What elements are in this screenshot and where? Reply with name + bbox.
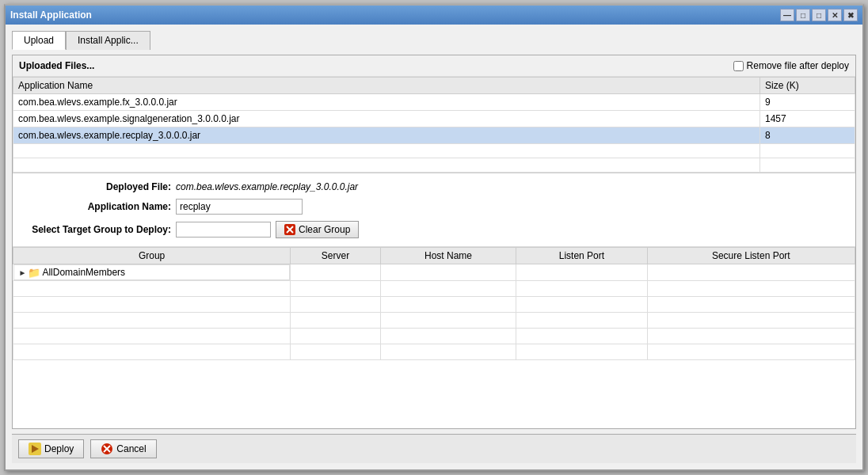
application-name-label: Application Name: xyxy=(29,201,171,212)
remove-file-text: Remove file after deploy xyxy=(747,60,849,71)
select-target-row: Select Target Group to Deploy: Clear Gro… xyxy=(29,221,839,238)
uploaded-title: Uploaded Files... xyxy=(19,60,94,71)
group-row-4 xyxy=(13,329,855,344)
deployed-file-label: Deployed File: xyxy=(29,181,171,192)
col-application-name: Application Name xyxy=(13,78,760,94)
group-host-0 xyxy=(380,264,516,281)
group-server-0 xyxy=(291,264,381,281)
tab-install-applic[interactable]: Install Applic... xyxy=(66,31,150,50)
file-name-2: com.bea.wlevs.example.recplay_3.0.0.0.ja… xyxy=(13,127,760,144)
tab-content: Uploaded Files... Remove file after depl… xyxy=(12,55,856,429)
tabs-bar: Upload Install Applic... xyxy=(12,31,856,50)
deployed-file-row: Deployed File: com.bea.wlevs.example.rec… xyxy=(29,181,839,192)
folder-icon: 📁 xyxy=(28,267,40,279)
restore-button[interactable]: □ xyxy=(796,9,810,21)
group-cell-3 xyxy=(13,313,291,329)
bottom-bar: Deploy Cancel xyxy=(12,434,856,463)
file-name-3 xyxy=(13,144,760,158)
group-cell-5 xyxy=(13,344,291,360)
col-secure-listen-port: Secure Listen Port xyxy=(647,248,855,264)
application-name-input[interactable] xyxy=(176,199,303,215)
group-table-container: Group Server Host Name Listen Port Secur… xyxy=(13,247,855,428)
main-content: Upload Install Applic... Uploaded Files.… xyxy=(6,25,862,469)
file-size-1: 1457 xyxy=(760,111,855,127)
file-row-2[interactable]: com.bea.wlevs.example.recplay_3.0.0.0.ja… xyxy=(13,127,855,144)
expand-icon[interactable]: ► xyxy=(19,268,27,277)
group-table: Group Server Host Name Listen Port Secur… xyxy=(13,247,855,360)
application-name-row: Application Name: xyxy=(29,199,839,215)
title-bar-controls: — □ □ ✕ ✖ xyxy=(780,9,858,21)
form-section: Deployed File: com.bea.wlevs.example.rec… xyxy=(13,173,855,247)
file-table: Application Name Size (K) com.bea.wlevs.… xyxy=(13,77,855,173)
close-x-button[interactable]: ✕ xyxy=(828,9,842,21)
group-row-3 xyxy=(13,313,855,329)
group-name-0: AllDomainMembers xyxy=(42,267,125,278)
file-name-1: com.bea.wlevs.example.signalgeneration_3… xyxy=(13,111,760,127)
title-bar: Install Application — □ □ ✕ ✖ xyxy=(6,6,862,25)
clear-group-label: Clear Group xyxy=(299,224,350,235)
deployed-file-value: com.bea.wlevs.example.recplay_3.0.0.0.ja… xyxy=(176,181,358,192)
group-listen-0 xyxy=(516,264,647,281)
group-row-2 xyxy=(13,297,855,313)
group-row-1 xyxy=(13,281,855,297)
col-size: Size (K) xyxy=(760,78,855,94)
file-row-1[interactable]: com.bea.wlevs.example.signalgeneration_3… xyxy=(13,111,855,127)
deploy-label: Deploy xyxy=(44,443,74,454)
cancel-label: Cancel xyxy=(116,443,146,454)
file-table-container: Application Name Size (K) com.bea.wlevs.… xyxy=(13,77,855,173)
col-server: Server xyxy=(291,248,381,264)
close-button[interactable]: ✖ xyxy=(843,9,858,21)
group-secure-0 xyxy=(647,264,855,281)
file-size-3 xyxy=(760,144,855,158)
cancel-button[interactable]: Cancel xyxy=(90,439,156,458)
file-row-0[interactable]: com.bea.wlevs.example.fx_3.0.0.0.jar 9 xyxy=(13,94,855,111)
file-size-0: 9 xyxy=(760,94,855,111)
group-cell-2 xyxy=(13,297,291,313)
group-cell-4 xyxy=(13,329,291,344)
tab-upload[interactable]: Upload xyxy=(12,31,66,50)
group-row-0[interactable]: ► 📁 AllDomainMembers xyxy=(13,264,855,281)
col-listen-port: Listen Port xyxy=(516,248,647,264)
cancel-icon xyxy=(101,443,113,455)
deploy-button[interactable]: Deploy xyxy=(18,439,84,458)
file-size-4 xyxy=(760,158,855,173)
window-title: Install Application xyxy=(10,10,92,21)
file-row-3[interactable] xyxy=(13,144,855,158)
file-name-0: com.bea.wlevs.example.fx_3.0.0.0.jar xyxy=(13,94,760,111)
col-hostname: Host Name xyxy=(380,248,516,264)
select-target-label: Select Target Group to Deploy: xyxy=(29,224,171,235)
file-row-4[interactable] xyxy=(13,158,855,173)
group-row-5 xyxy=(13,344,855,360)
maximize-button[interactable]: □ xyxy=(812,9,826,21)
file-name-4 xyxy=(13,158,760,173)
minimize-button[interactable]: — xyxy=(780,9,794,21)
select-target-input[interactable] xyxy=(176,222,271,238)
clear-group-button[interactable]: Clear Group xyxy=(276,221,359,238)
col-group: Group xyxy=(13,248,291,264)
group-cell-1 xyxy=(13,281,291,297)
remove-file-label: Remove file after deploy xyxy=(733,60,849,71)
remove-file-checkbox[interactable] xyxy=(733,61,744,71)
file-size-2: 8 xyxy=(760,127,855,144)
deploy-icon xyxy=(29,443,41,455)
uploaded-header: Uploaded Files... Remove file after depl… xyxy=(13,55,855,77)
group-cell-0: ► 📁 AllDomainMembers xyxy=(13,264,291,280)
install-application-window: Install Application — □ □ ✕ ✖ Upload Ins… xyxy=(4,4,864,471)
clear-group-icon xyxy=(284,224,295,235)
